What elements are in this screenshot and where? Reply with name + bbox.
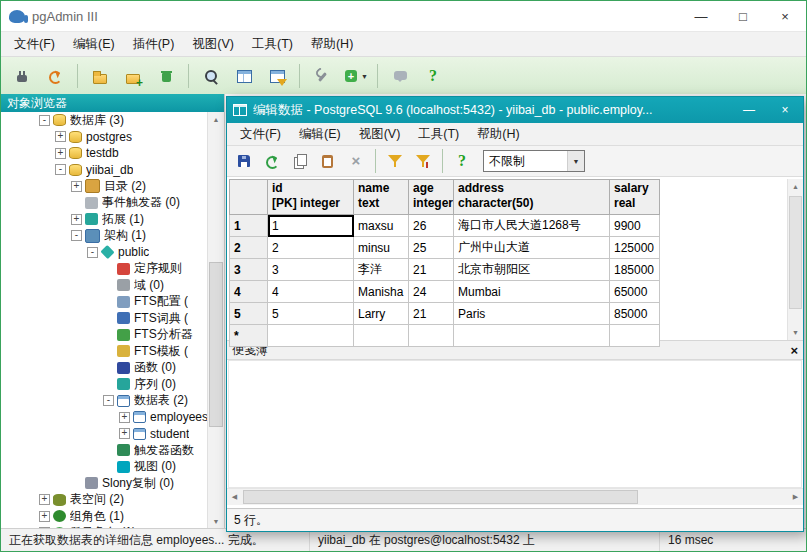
- close-button[interactable]: ×: [764, 1, 806, 31]
- data-cell[interactable]: 4: [268, 281, 354, 303]
- tree-item[interactable]: +student: [1, 426, 208, 443]
- scroll-up-icon[interactable]: [788, 179, 803, 194]
- data-cell[interactable]: 65000: [610, 281, 660, 303]
- column-header[interactable]: ageinteger: [409, 180, 454, 215]
- data-cell[interactable]: 1: [268, 215, 354, 237]
- execute-plugin-button[interactable]: ▼: [340, 61, 370, 91]
- data-cell[interactable]: Paris: [454, 303, 610, 325]
- row-number-cell[interactable]: 4: [230, 281, 268, 303]
- scroll-up-icon[interactable]: [208, 112, 224, 127]
- scrollbar-thumb[interactable]: [243, 490, 638, 504]
- tree-item[interactable]: +testdb: [1, 145, 208, 162]
- data-cell[interactable]: [409, 325, 454, 347]
- tree-item[interactable]: 序列 (0): [1, 376, 208, 393]
- column-header[interactable]: id[PK] integer: [268, 180, 354, 215]
- data-cell[interactable]: 24: [409, 281, 454, 303]
- scrollbar-track[interactable]: [208, 127, 224, 514]
- scrollbar-thumb[interactable]: [209, 262, 223, 427]
- tree-item[interactable]: +employees: [1, 409, 208, 426]
- grid-vertical-scrollbar[interactable]: [787, 179, 803, 340]
- expand-icon[interactable]: +: [119, 412, 130, 423]
- horizontal-scrollbar[interactable]: [227, 488, 803, 505]
- tree-item[interactable]: +表空间 (2): [1, 492, 208, 509]
- sort-filter-button[interactable]: [410, 149, 436, 173]
- tree-item[interactable]: -public: [1, 244, 208, 261]
- data-cell[interactable]: 北京市朝阳区: [454, 259, 610, 281]
- expand-icon[interactable]: +: [39, 511, 50, 522]
- tree-item[interactable]: 函数 (0): [1, 360, 208, 377]
- tree-item[interactable]: 触发器函数: [1, 442, 208, 459]
- tree-item[interactable]: -yiibai_db: [1, 162, 208, 179]
- scroll-left-icon[interactable]: [227, 489, 242, 505]
- scroll-down-icon[interactable]: [788, 325, 803, 340]
- menu-item-2[interactable]: 插件(P): [124, 33, 184, 56]
- data-cell[interactable]: 185000: [610, 259, 660, 281]
- expand-icon[interactable]: +: [71, 214, 82, 225]
- tree-item[interactable]: -数据表 (2): [1, 393, 208, 410]
- edit-window-titlebar[interactable]: 编辑数据 - PostgreSQL 9.6 (localhost:5432) -…: [227, 97, 803, 123]
- tree-item[interactable]: -架构 (1): [1, 228, 208, 245]
- data-cell[interactable]: minsu: [354, 237, 409, 259]
- save-button[interactable]: [231, 149, 257, 173]
- scrollbar-thumb[interactable]: [789, 196, 802, 309]
- data-cell[interactable]: [354, 325, 409, 347]
- menu-item-2[interactable]: 视图(V): [350, 123, 410, 146]
- maximize-button[interactable]: □: [722, 1, 764, 31]
- scroll-down-icon[interactable]: [208, 514, 224, 529]
- scrollbar-track[interactable]: [788, 194, 803, 325]
- menu-item-1[interactable]: 编辑(E): [290, 123, 350, 146]
- data-cell[interactable]: 2: [268, 237, 354, 259]
- filter-button[interactable]: [382, 149, 408, 173]
- tree-item[interactable]: 定序规则: [1, 261, 208, 278]
- filtered-view-button[interactable]: [262, 61, 292, 91]
- view-data-button[interactable]: [229, 61, 259, 91]
- maintenance-button[interactable]: [307, 61, 337, 91]
- scratchpad-textarea[interactable]: [228, 360, 802, 488]
- menu-item-0[interactable]: 文件(F): [231, 123, 290, 146]
- collapse-icon[interactable]: -: [39, 115, 50, 126]
- row-number-cell[interactable]: 5: [230, 303, 268, 325]
- row-number-cell[interactable]: 3: [230, 259, 268, 281]
- tree-item[interactable]: +postgres: [1, 129, 208, 146]
- data-cell[interactable]: [454, 325, 610, 347]
- scrollbar-track[interactable]: [242, 489, 788, 505]
- refresh-button[interactable]: [259, 149, 285, 173]
- row-number-cell[interactable]: 1: [230, 215, 268, 237]
- collapse-icon[interactable]: -: [71, 230, 82, 241]
- drop-object-button[interactable]: [151, 61, 181, 91]
- menu-item-3[interactable]: 工具(T): [409, 123, 468, 146]
- tree-item[interactable]: Slony复制 (0): [1, 475, 208, 492]
- delete-row-button[interactable]: [343, 149, 369, 173]
- data-cell[interactable]: 21: [409, 259, 454, 281]
- data-cell[interactable]: 9900: [610, 215, 660, 237]
- tree-item[interactable]: FTS分析器: [1, 327, 208, 344]
- tree-item[interactable]: +目录 (2): [1, 178, 208, 195]
- menu-item-4[interactable]: 帮助(H): [468, 123, 528, 146]
- data-cell[interactable]: maxsu: [354, 215, 409, 237]
- menu-item-1[interactable]: 编辑(E): [64, 33, 124, 56]
- row-number-cell[interactable]: *: [230, 325, 268, 347]
- tree-item[interactable]: FTS配置 (: [1, 294, 208, 311]
- expand-icon[interactable]: +: [55, 131, 66, 142]
- tree-item[interactable]: 视图 (0): [1, 459, 208, 476]
- paste-button[interactable]: [315, 149, 341, 173]
- tree-item[interactable]: 事件触发器 (0): [1, 195, 208, 212]
- data-cell[interactable]: 3: [268, 259, 354, 281]
- data-cell[interactable]: Manisha: [354, 281, 409, 303]
- collapse-icon[interactable]: -: [103, 395, 114, 406]
- properties-button[interactable]: [85, 61, 115, 91]
- data-cell[interactable]: 125000: [610, 237, 660, 259]
- data-cell[interactable]: 海口市人民大道1268号: [454, 215, 610, 237]
- edit-minimize-button[interactable]: —: [731, 97, 767, 123]
- edit-close-button[interactable]: ×: [767, 97, 803, 123]
- menu-item-3[interactable]: 视图(V): [183, 33, 243, 56]
- connect-server-button[interactable]: [7, 61, 37, 91]
- scratchpad-close-button[interactable]: ×: [790, 343, 798, 358]
- menu-item-0[interactable]: 文件(F): [5, 33, 64, 56]
- row-number-cell[interactable]: 2: [230, 237, 268, 259]
- expand-icon[interactable]: +: [119, 428, 130, 439]
- menu-item-5[interactable]: 帮助(H): [302, 33, 362, 56]
- expand-icon[interactable]: +: [55, 148, 66, 159]
- data-cell[interactable]: 5: [268, 303, 354, 325]
- minimize-button[interactable]: —: [680, 1, 722, 31]
